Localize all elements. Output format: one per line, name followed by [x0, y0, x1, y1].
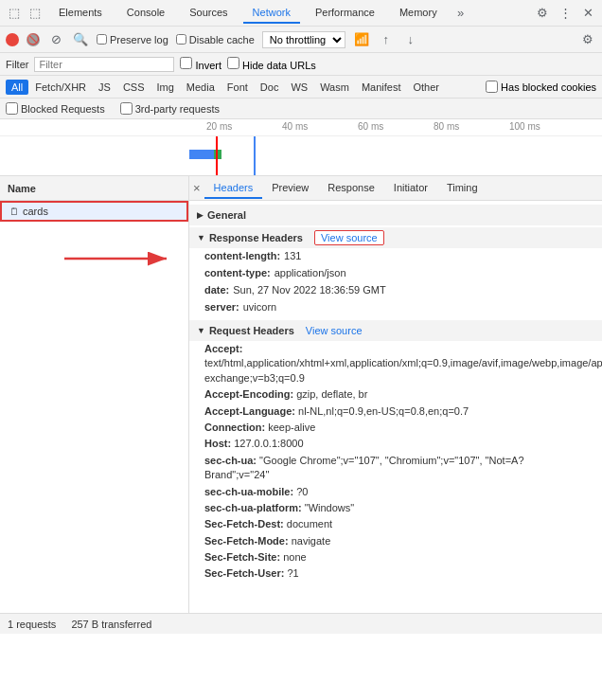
upload-icon[interactable]: ↑ — [378, 31, 395, 48]
disable-cache-label[interactable]: Disable cache — [176, 34, 255, 45]
req-header-sec-fetch-site: Sec-Fetch-Site: none — [189, 549, 602, 565]
req-key-host: Host: — [204, 438, 231, 449]
name-column-header: Name — [0, 176, 188, 201]
response-headers-arrow: ▼ — [197, 233, 205, 242]
item-icon-cards: 🗒 — [9, 206, 19, 217]
detail-tab-initiator[interactable]: Initiator — [384, 178, 437, 199]
type-btn-ws[interactable]: WS — [285, 80, 313, 95]
req-key-sec-fetch-user: Sec-Fetch-User: — [204, 567, 284, 579]
resp-key-server: server: — [204, 301, 239, 313]
type-btn-media[interactable]: Media — [181, 80, 221, 95]
resp-key-content-type: content-type: — [204, 267, 271, 278]
type-btn-doc[interactable]: Doc — [255, 80, 285, 95]
tab-elements[interactable]: Elements — [49, 3, 112, 24]
hide-data-urls-label[interactable]: Hide data URLs — [227, 57, 316, 71]
type-btn-fetch[interactable]: Fetch/XHR — [29, 80, 92, 95]
response-headers-section-header[interactable]: ▼ Response Headers View source — [189, 227, 602, 248]
req-header-accept-encoding: Accept-Encoding: gzip, deflate, br — [189, 386, 602, 403]
third-party-label[interactable]: 3rd-party requests — [120, 102, 220, 115]
view-source-button[interactable]: View source — [314, 230, 384, 245]
left-panel: Name 🗒 cards — [0, 176, 189, 613]
tab-console[interactable]: Console — [117, 3, 174, 24]
tab-sources[interactable]: Sources — [180, 3, 237, 24]
disable-cache-checkbox[interactable] — [176, 34, 186, 45]
has-blocked-checkbox[interactable] — [486, 81, 498, 93]
search-icon[interactable]: 🔍 — [72, 31, 89, 48]
resp-val-content-type: application/json — [274, 267, 346, 278]
blocked-requests-label[interactable]: Blocked Requests — [6, 102, 105, 115]
req-header-sec-fetch-dest: Sec-Fetch-Dest: document — [189, 516, 602, 532]
type-btn-js[interactable]: JS — [93, 80, 116, 95]
req-val-accept-language: nl-NL,nl;q=0.9,en-US;q=0.8,en;q=0.7 — [298, 405, 469, 417]
devtools-icons: ⬚ ⬚ — [6, 5, 44, 22]
close-devtools-icon[interactable]: ✕ — [579, 5, 596, 22]
general-section-header[interactable]: ▶ General — [189, 205, 602, 225]
req-val-sec-fetch-dest: document — [287, 518, 332, 529]
type-btn-other[interactable]: Other — [407, 80, 445, 95]
req-key-accept-language: Accept-Language: — [204, 405, 295, 417]
type-btn-css[interactable]: CSS — [117, 80, 150, 95]
request-headers-section-header[interactable]: ▼ Request Headers View source — [189, 320, 602, 341]
devtools-icon-1[interactable]: ⬚ — [6, 5, 23, 22]
network-item-cards[interactable]: 🗒 cards — [0, 201, 188, 222]
third-party-checkbox[interactable] — [120, 102, 133, 115]
type-btn-all[interactable]: All — [6, 80, 28, 95]
network-settings-icon[interactable]: ⚙ — [579, 31, 596, 48]
timeline-vline-red — [216, 136, 218, 176]
req-header-sec-ch-ua: sec-ch-ua: "Google Chrome";v="107", "Chr… — [189, 453, 602, 484]
request-view-source-link[interactable]: View source — [306, 325, 363, 336]
request-headers-title: Request Headers — [209, 325, 294, 336]
clear-button[interactable]: 🚫 — [27, 33, 40, 46]
type-btn-manifest[interactable]: Manifest — [356, 80, 407, 95]
filter-icon[interactable]: ⊘ — [47, 31, 64, 48]
tab-memory[interactable]: Memory — [390, 3, 447, 24]
type-btn-wasm[interactable]: Wasm — [314, 80, 355, 95]
has-blocked-container: Has blocked cookies — [486, 81, 596, 93]
req-val-sec-fetch-mode: navigate — [292, 535, 331, 547]
main-toolbar: ⬚ ⬚ Elements Console Sources Network Per… — [0, 0, 602, 27]
req-key-connection: Connection: — [204, 422, 265, 433]
hide-data-urls-checkbox[interactable] — [227, 57, 239, 69]
req-val-sec-ch-ua-mobile: ?0 — [296, 486, 308, 497]
req-header-sec-ch-ua-mobile: sec-ch-ua-mobile: ?0 — [189, 484, 602, 500]
resp-val-server: uvicorn — [243, 301, 276, 313]
req-key-sec-fetch-mode: Sec-Fetch-Mode: — [204, 535, 289, 547]
detail-tab-preview[interactable]: Preview — [262, 178, 318, 199]
tab-network[interactable]: Network — [243, 3, 300, 24]
download-icon[interactable]: ↓ — [402, 31, 419, 48]
tab-performance[interactable]: Performance — [306, 3, 384, 24]
requests-count: 1 requests — [8, 619, 56, 630]
type-btn-font[interactable]: Font — [221, 80, 254, 95]
req-val-sec-ch-ua-platform: "Windows" — [305, 502, 354, 513]
invert-checkbox[interactable] — [180, 57, 192, 69]
more-tabs-icon[interactable]: » — [452, 5, 469, 22]
detail-tabs: × Headers Preview Response Initiator Tim… — [189, 176, 602, 201]
detail-tab-timing[interactable]: Timing — [437, 178, 487, 199]
invert-label[interactable]: Invert — [180, 57, 221, 71]
response-headers-title: Response Headers — [209, 232, 303, 243]
throttle-select[interactable]: No throttling — [262, 31, 345, 48]
req-val-accept-encoding: gzip, deflate, br — [296, 388, 367, 400]
more-options-icon[interactable]: ⋮ — [557, 5, 574, 22]
preserve-log-checkbox[interactable] — [97, 34, 107, 45]
req-header-sec-fetch-mode: Sec-Fetch-Mode: navigate — [189, 533, 602, 549]
ruler-mark-40ms: 40 ms — [282, 121, 308, 132]
record-button[interactable] — [6, 33, 19, 46]
devtools-icon-2[interactable]: ⬚ — [27, 5, 44, 22]
resp-header-content-length: content-length: 131 — [189, 248, 602, 265]
ruler-mark-80ms: 80 ms — [434, 121, 459, 132]
blocked-requests-checkbox[interactable] — [6, 102, 18, 115]
resp-header-server: server: uvicorn — [189, 299, 602, 316]
headers-content: ▶ General ▼ Response Headers View source… — [189, 201, 602, 613]
settings-icon[interactable]: ⚙ — [534, 5, 551, 22]
type-btn-img[interactable]: Img — [151, 80, 180, 95]
req-key-sec-ch-ua-platform: sec-ch-ua-platform: — [204, 502, 302, 513]
resp-val-content-length: 131 — [284, 250, 301, 261]
detail-tab-response[interactable]: Response — [318, 178, 384, 199]
preserve-log-label[interactable]: Preserve log — [97, 34, 168, 45]
close-tab-button[interactable]: × — [193, 181, 201, 195]
filter-input[interactable] — [34, 57, 174, 72]
detail-tab-headers[interactable]: Headers — [204, 178, 263, 199]
req-key-sec-fetch-dest: Sec-Fetch-Dest: — [204, 518, 284, 529]
status-bar: 1 requests 257 B transferred — [0, 613, 602, 634]
